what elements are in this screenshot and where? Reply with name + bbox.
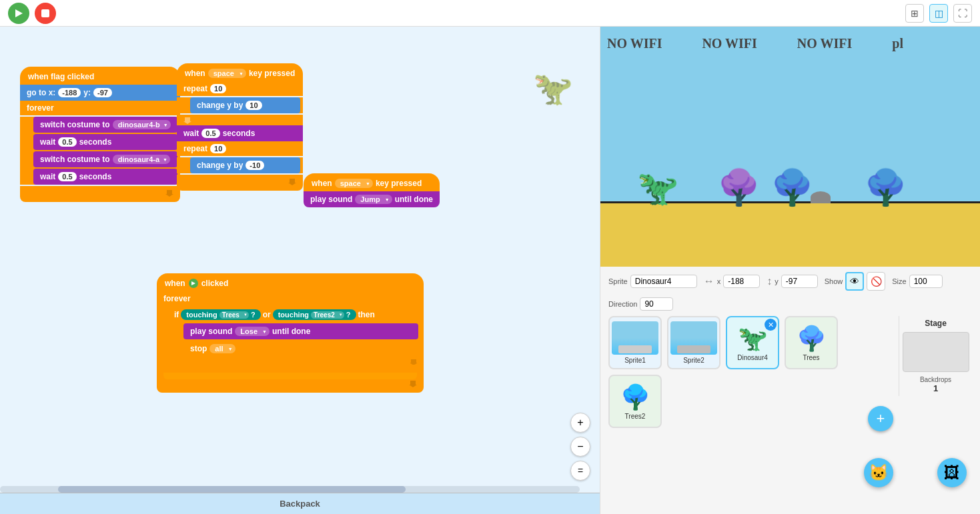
switch-costume-block-2[interactable]: switch costume to dinosaur4-a ▼ [33,151,177,167]
stage-canvas: NO WIFI NO WIFI NO WIFI pl 🦖 🌳 🌳 🌳 [600,27,980,267]
hat-block-space-2[interactable]: when space ▼ key pressed [304,173,440,191]
play-sound-lose-block[interactable]: play sound Lose ▼ until done [183,323,418,339]
show-hidden-btn[interactable]: 🚫 [867,272,885,291]
script-touching-collision: when clicked forever if touching T [157,273,424,393]
direction-input[interactable] [640,297,673,311]
add-sprite-button[interactable]: + [868,406,893,431]
sprite-name-input[interactable] [630,275,697,288]
script-play-sound: when space ▼ key pressed play sound Jump… [304,173,440,207]
add-backdrop-button[interactable]: 🖼 [937,458,967,487]
if-block[interactable]: if touching Trees▼ ? or touching Trees2▼ [170,307,421,322]
svg-marker-1 [191,281,195,285]
stage-backdrop-thumb[interactable] [903,332,969,372]
zoom-in-button[interactable]: + [570,413,590,433]
hat-block-flag-2[interactable]: when clicked [157,273,424,291]
dino-decoration: 🦖 [533,70,573,107]
y-label: y [775,277,779,285]
show-label: Show [825,277,843,285]
green-flag-button[interactable] [8,3,29,24]
repeat-block-2[interactable]: repeat 10 [177,141,303,156]
hat-block-space[interactable]: when space ▼ key pressed [177,63,303,81]
show-visible-btn[interactable]: 👁 [845,272,864,291]
wait-block-space[interactable]: wait 0.5 seconds [177,125,303,141]
sprite-thumb-trees2[interactable]: 🌳 Trees2 [608,375,662,428]
size-label: Size [892,277,906,285]
backdrops-label: Backdrops [920,376,951,383]
nowifi-4: pl [892,36,903,51]
script-space-key-pressed: when space ▼ key pressed repeat 10 chang… [177,63,303,191]
stop-block[interactable]: stop all ▼ [183,341,418,357]
backdrops-count: 1 [933,383,938,393]
wait-block-2[interactable]: wait 0.5 seconds [33,169,177,185]
repeat-block-1[interactable]: repeat 10 [177,81,303,96]
delete-sprite-btn[interactable]: ✕ [765,319,777,331]
layout-icon-2[interactable]: ◫ [929,4,948,23]
nowifi-2: NO WIFI [702,36,757,51]
size-input[interactable] [909,275,943,288]
trees-label: Trees [803,354,819,361]
stage-panel: Stage Backdrops 1 [899,316,972,396]
switch-costume-block-1[interactable]: switch costume to dinosaur4-b ▼ [33,117,177,133]
sprite-thumb-sprite1[interactable]: Sprite1 [608,316,662,369]
sprite-thumb-trees[interactable]: 🌳 Trees [785,316,838,369]
goto-block[interactable]: go to x: -188 y: -97 [20,85,180,101]
layout-icon-1[interactable]: ⊞ [905,4,924,23]
change-y-block-1[interactable]: change y by 10 [190,97,300,113]
y-input[interactable] [781,275,818,288]
forever-block[interactable]: forever [20,101,180,115]
tree-sprite-3: 🌳 [864,170,907,205]
direction-label: Direction [608,300,637,308]
x-input[interactable] [723,275,760,288]
when-label: when flag clicked [28,72,94,81]
wait-block-1[interactable]: wait 0.5 seconds [33,134,177,150]
play-sound-block[interactable]: play sound Jump ▼ until done [304,191,440,207]
fullscreen-icon[interactable]: ⛶ [953,4,972,23]
dinosaur-sprite: 🦖 [637,171,678,205]
svg-marker-0 [15,9,23,17]
backpack-bar[interactable]: Backpack [0,493,600,514]
stop-button[interactable] [35,3,56,24]
script-when-flag-clicked: when flag clicked go to x: -188 y: -97 f… [20,67,180,202]
sprite-thumb-dinosaur4[interactable]: ✕ 🦖 Dinosaur4 [726,316,779,369]
change-y-block-2[interactable]: change y by -10 [190,157,300,173]
nowifi-3: NO WIFI [797,36,852,51]
tree-sprite-2: 🌳 [771,170,814,205]
tree-sprite-1: 🌳 [717,170,761,205]
rock-obstacle [811,191,831,203]
stage-label: Stage [925,319,947,328]
forever-label-2: forever [163,294,191,303]
nowifi-1: NO WIFI [607,36,662,51]
sprite1-label: Sprite1 [624,357,646,364]
sprite-label: Sprite [608,277,628,285]
hat-block-flag[interactable]: when flag clicked [20,67,180,85]
add-extension-button[interactable]: 🐱 [864,458,893,487]
x-label: x [717,277,721,285]
sprite-thumb-sprite2[interactable]: Sprite2 [667,316,720,369]
zoom-out-button[interactable]: − [570,437,590,457]
zoom-fit-button[interactable]: = [570,461,590,481]
dinosaur4-label: Dinosaur4 [737,354,768,361]
sprite2-label: Sprite2 [683,357,704,364]
trees2-label: Trees2 [625,413,646,420]
